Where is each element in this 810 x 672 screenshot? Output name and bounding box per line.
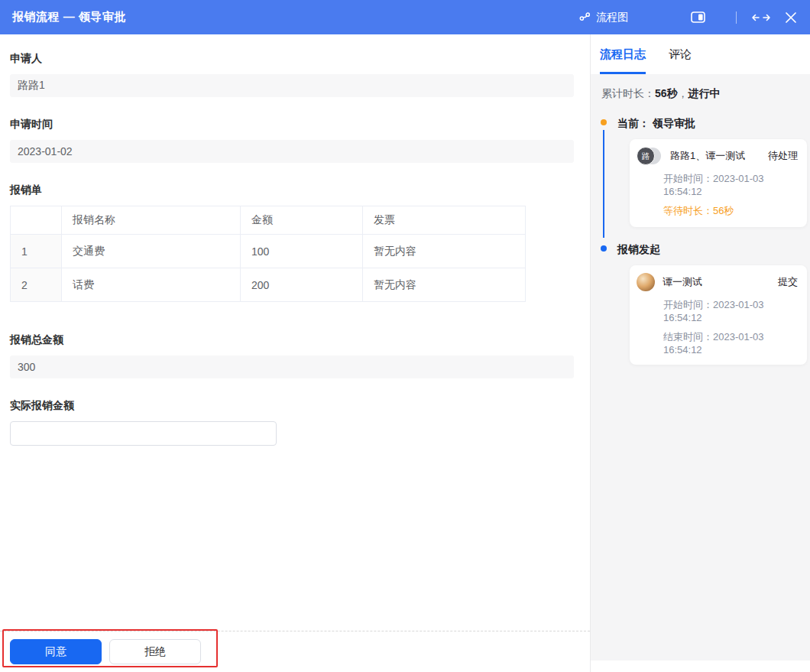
row-invoice-placeholder: 暂无内容 <box>363 268 526 302</box>
tab-process-log[interactable]: 流程日志 <box>600 47 646 74</box>
timeline-card: 谭一测试 提交 开始时间：2023-01-03 16:54:12 结束时间：20… <box>630 265 807 365</box>
timeline-node-initiated: 报销发起 谭一测试 提交 开始时间：2023-01-03 16:54:12 结束… <box>600 242 807 365</box>
actual-amount-label: 实际报销金额 <box>10 399 574 413</box>
col-header-index <box>11 206 62 235</box>
col-header-name: 报销名称 <box>62 206 241 235</box>
table-row: 2 话费 200 暂无内容 <box>11 268 526 302</box>
total-amount-label: 报销总金额 <box>10 333 574 347</box>
window-header: 报销流程 — 领导审批 流程图 <box>0 0 810 34</box>
sidebar-bottom-strip <box>591 661 810 672</box>
timeline-connector <box>603 130 604 238</box>
avatar-group: 路 <box>637 147 663 165</box>
main-panel: 申请人 路路1 申请时间 2023-01-02 报销单 报销名称 <box>0 34 591 672</box>
expense-table-label: 报销单 <box>10 183 574 197</box>
end-time-line: 结束时间：2023-01-03 16:54:12 <box>637 330 798 355</box>
timeline-node-label: 报销发起 <box>617 243 660 255</box>
row-invoice-placeholder: 暂无内容 <box>363 235 526 268</box>
summary-prefix: 累计时长： <box>601 87 655 99</box>
summary-duration: 56秒 <box>655 87 678 99</box>
applicant-label: 申请人 <box>10 52 574 66</box>
timeline-card: 路 路路1、谭一测试 待处理 开始时间：2023-01-03 16:54:12 … <box>630 139 807 227</box>
avatar: 路 <box>637 147 655 165</box>
status-badge: 提交 <box>778 275 798 289</box>
row-index: 2 <box>11 268 62 302</box>
apply-time-value: 2023-01-02 <box>10 140 574 163</box>
tab-comments[interactable]: 评论 <box>669 47 692 74</box>
approve-button[interactable]: 同意 <box>10 639 102 664</box>
table-row: 1 交通费 100 暂无内容 <box>11 235 526 268</box>
applicant-value: 路路1 <box>10 74 574 97</box>
header-divider <box>736 11 737 24</box>
row-amount: 100 <box>241 235 363 268</box>
process-log-panel: 累计时长：56秒，进行中 当前： 领导审批 路 路路1、谭一测试 <box>591 74 810 661</box>
total-amount-value: 300 <box>10 355 574 378</box>
row-name: 话费 <box>62 268 241 302</box>
field-applicant: 申请人 路路1 <box>10 52 574 97</box>
timeline-node-label: 当前： 领导审批 <box>617 117 695 129</box>
duration-summary: 累计时长：56秒，进行中 <box>601 87 807 101</box>
status-badge: 待处理 <box>768 149 798 163</box>
field-apply-time: 申请时间 2023-01-02 <box>10 118 574 163</box>
row-index: 1 <box>11 235 62 268</box>
start-time-line: 开始时间：2023-01-03 16:54:12 <box>637 298 798 323</box>
window-title: 报销流程 — 领导审批 <box>12 10 126 24</box>
summary-separator: ， <box>678 87 688 99</box>
card-head: 谭一测试 提交 <box>637 273 798 291</box>
log-sidebar: 流程日志 评论 累计时长：56秒，进行中 当前： 领导审批 <box>591 34 810 672</box>
action-footer: 同意 拒绝 <box>0 631 590 672</box>
panel-toggle-icon[interactable] <box>691 11 705 23</box>
field-expense-table: 报销单 报销名称 金额 发票 <box>10 183 574 302</box>
reject-button[interactable]: 拒绝 <box>109 639 201 664</box>
col-header-invoice: 发票 <box>363 206 526 235</box>
field-actual-amount: 实际报销金额 <box>10 399 574 446</box>
approval-form: 申请人 路路1 申请时间 2023-01-02 报销单 报销名称 <box>0 34 590 446</box>
expand-icon[interactable] <box>752 13 770 22</box>
waiting-duration-line: 等待时长：56秒 <box>637 204 798 218</box>
avatar-image <box>637 273 655 291</box>
card-head: 路 路路1、谭一测试 待处理 <box>637 147 798 165</box>
flowchart-icon <box>579 11 591 23</box>
timeline-node-current: 当前： 领导审批 路 路路1、谭一测试 待处理 开始时间：2023-01-03 … <box>600 116 807 227</box>
close-icon[interactable] <box>786 12 796 23</box>
row-name: 交通费 <box>62 235 241 268</box>
field-total-amount: 报销总金额 300 <box>10 333 574 378</box>
timeline-dot-current <box>601 119 607 125</box>
summary-status: 进行中 <box>688 87 721 99</box>
sidebar-tabbar: 流程日志 评论 <box>591 34 810 74</box>
col-header-amount: 金额 <box>241 206 363 235</box>
expense-table: 报销名称 金额 发票 1 交通费 100 暂无内容 <box>10 206 526 302</box>
flowchart-label: 流程图 <box>596 11 628 24</box>
flowchart-button[interactable]: 流程图 <box>579 11 628 24</box>
expense-table-header-row: 报销名称 金额 发票 <box>11 206 526 235</box>
header-actions: 流程图 <box>579 11 796 24</box>
actual-amount-input[interactable] <box>10 421 277 446</box>
submitter-name: 谭一测试 <box>663 275 772 289</box>
approver-names: 路路1、谭一测试 <box>670 149 762 163</box>
row-amount: 200 <box>241 268 363 302</box>
start-time-line: 开始时间：2023-01-03 16:54:12 <box>637 172 798 197</box>
apply-time-label: 申请时间 <box>10 118 574 131</box>
approval-window: 报销流程 — 领导审批 流程图 申请人 <box>0 0 810 672</box>
timeline-dot-done <box>601 245 607 252</box>
